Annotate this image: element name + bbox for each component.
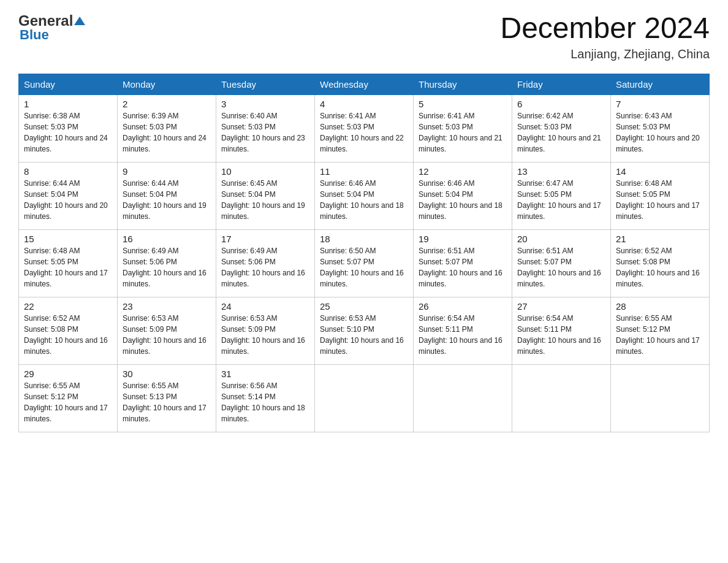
calendar-cell: 2Sunrise: 6:39 AMSunset: 5:03 PMDaylight… — [118, 94, 216, 162]
day-number: 16 — [123, 234, 211, 244]
day-number: 2 — [123, 99, 211, 109]
logo-blue-text: Blue — [20, 27, 49, 43]
header-monday: Monday — [118, 74, 216, 94]
day-info: Sunrise: 6:54 AMSunset: 5:11 PMDaylight:… — [517, 313, 605, 357]
calendar-cell: 30Sunrise: 6:55 AMSunset: 5:13 PMDayligh… — [118, 364, 216, 432]
calendar-week-row: 1Sunrise: 6:38 AMSunset: 5:03 PMDaylight… — [19, 94, 710, 162]
header-sunday: Sunday — [19, 74, 118, 94]
day-number: 9 — [123, 166, 211, 177]
calendar-cell: 25Sunrise: 6:53 AMSunset: 5:10 PMDayligh… — [315, 297, 414, 364]
day-info: Sunrise: 6:38 AMSunset: 5:03 PMDaylight:… — [24, 110, 112, 155]
day-info: Sunrise: 6:50 AMSunset: 5:07 PMDaylight:… — [320, 245, 408, 289]
calendar-cell: 9Sunrise: 6:44 AMSunset: 5:04 PMDaylight… — [118, 162, 216, 229]
day-number: 11 — [320, 166, 408, 177]
day-number: 19 — [419, 234, 507, 244]
day-info: Sunrise: 6:41 AMSunset: 5:03 PMDaylight:… — [419, 110, 507, 155]
calendar-cell: 20Sunrise: 6:51 AMSunset: 5:07 PMDayligh… — [512, 229, 611, 297]
day-info: Sunrise: 6:55 AMSunset: 5:12 PMDaylight:… — [24, 380, 112, 424]
day-number: 30 — [123, 369, 211, 379]
day-number: 29 — [24, 369, 112, 379]
calendar-cell: 8Sunrise: 6:44 AMSunset: 5:04 PMDaylight… — [19, 162, 118, 229]
header-tuesday: Tuesday — [216, 74, 315, 94]
header-thursday: Thursday — [414, 74, 512, 94]
day-info: Sunrise: 6:54 AMSunset: 5:11 PMDaylight:… — [419, 313, 507, 357]
day-number: 4 — [320, 99, 408, 109]
calendar-cell — [611, 364, 710, 432]
calendar-cell: 3Sunrise: 6:40 AMSunset: 5:03 PMDaylight… — [216, 94, 315, 162]
calendar-cell: 29Sunrise: 6:55 AMSunset: 5:12 PMDayligh… — [19, 364, 118, 432]
calendar-cell — [512, 364, 611, 432]
day-info: Sunrise: 6:49 AMSunset: 5:06 PMDaylight:… — [221, 245, 309, 289]
calendar-cell: 15Sunrise: 6:48 AMSunset: 5:05 PMDayligh… — [19, 229, 118, 297]
month-title: December 2024 — [500, 12, 710, 45]
calendar-cell: 11Sunrise: 6:46 AMSunset: 5:04 PMDayligh… — [315, 162, 414, 229]
calendar-cell: 22Sunrise: 6:52 AMSunset: 5:08 PMDayligh… — [19, 297, 118, 364]
day-number: 6 — [517, 99, 605, 109]
calendar-cell: 16Sunrise: 6:49 AMSunset: 5:06 PMDayligh… — [118, 229, 216, 297]
day-number: 25 — [320, 301, 408, 312]
location-title: Lanjiang, Zhejiang, China — [500, 47, 710, 61]
calendar-cell: 28Sunrise: 6:55 AMSunset: 5:12 PMDayligh… — [611, 297, 710, 364]
day-info: Sunrise: 6:56 AMSunset: 5:14 PMDaylight:… — [221, 380, 309, 424]
day-number: 12 — [419, 166, 507, 177]
header-wednesday: Wednesday — [315, 74, 414, 94]
day-info: Sunrise: 6:48 AMSunset: 5:05 PMDaylight:… — [616, 178, 704, 222]
calendar-cell: 5Sunrise: 6:41 AMSunset: 5:03 PMDaylight… — [414, 94, 512, 162]
calendar-cell — [414, 364, 512, 432]
calendar-cell: 1Sunrise: 6:38 AMSunset: 5:03 PMDaylight… — [19, 94, 118, 162]
day-number: 1 — [24, 99, 112, 109]
calendar-cell: 18Sunrise: 6:50 AMSunset: 5:07 PMDayligh… — [315, 229, 414, 297]
day-number: 31 — [221, 369, 309, 379]
calendar-week-row: 8Sunrise: 6:44 AMSunset: 5:04 PMDaylight… — [19, 162, 710, 229]
day-number: 13 — [517, 166, 605, 177]
day-info: Sunrise: 6:52 AMSunset: 5:08 PMDaylight:… — [616, 245, 704, 289]
day-info: Sunrise: 6:42 AMSunset: 5:03 PMDaylight:… — [517, 110, 605, 155]
day-info: Sunrise: 6:55 AMSunset: 5:12 PMDaylight:… — [616, 313, 704, 357]
calendar-cell: 26Sunrise: 6:54 AMSunset: 5:11 PMDayligh… — [414, 297, 512, 364]
calendar-cell: 24Sunrise: 6:53 AMSunset: 5:09 PMDayligh… — [216, 297, 315, 364]
header-saturday: Saturday — [611, 74, 710, 94]
day-info: Sunrise: 6:45 AMSunset: 5:04 PMDaylight:… — [221, 178, 309, 222]
calendar-cell: 13Sunrise: 6:47 AMSunset: 5:05 PMDayligh… — [512, 162, 611, 229]
day-info: Sunrise: 6:53 AMSunset: 5:10 PMDaylight:… — [320, 313, 408, 357]
page-header: General Blue December 2024 Lanjiang, Zhe… — [18, 12, 710, 61]
calendar-cell: 14Sunrise: 6:48 AMSunset: 5:05 PMDayligh… — [611, 162, 710, 229]
day-number: 10 — [221, 166, 309, 177]
calendar-cell: 31Sunrise: 6:56 AMSunset: 5:14 PMDayligh… — [216, 364, 315, 432]
calendar-cell: 6Sunrise: 6:42 AMSunset: 5:03 PMDaylight… — [512, 94, 611, 162]
calendar-cell: 7Sunrise: 6:43 AMSunset: 5:03 PMDaylight… — [611, 94, 710, 162]
day-info: Sunrise: 6:47 AMSunset: 5:05 PMDaylight:… — [517, 178, 605, 222]
day-number: 17 — [221, 234, 309, 244]
day-number: 3 — [221, 99, 309, 109]
day-info: Sunrise: 6:53 AMSunset: 5:09 PMDaylight:… — [221, 313, 309, 357]
day-number: 8 — [24, 166, 112, 177]
calendar-week-row: 22Sunrise: 6:52 AMSunset: 5:08 PMDayligh… — [19, 297, 710, 364]
calendar-cell: 27Sunrise: 6:54 AMSunset: 5:11 PMDayligh… — [512, 297, 611, 364]
day-number: 22 — [24, 301, 112, 312]
calendar-cell: 10Sunrise: 6:45 AMSunset: 5:04 PMDayligh… — [216, 162, 315, 229]
day-info: Sunrise: 6:39 AMSunset: 5:03 PMDaylight:… — [123, 110, 211, 155]
day-number: 24 — [221, 301, 309, 312]
day-number: 18 — [320, 234, 408, 244]
day-info: Sunrise: 6:43 AMSunset: 5:03 PMDaylight:… — [616, 110, 704, 155]
calendar-cell: 12Sunrise: 6:46 AMSunset: 5:04 PMDayligh… — [414, 162, 512, 229]
day-number: 7 — [616, 99, 704, 109]
day-info: Sunrise: 6:49 AMSunset: 5:06 PMDaylight:… — [123, 245, 211, 289]
title-section: December 2024 Lanjiang, Zhejiang, China — [500, 12, 710, 61]
day-info: Sunrise: 6:55 AMSunset: 5:13 PMDaylight:… — [123, 380, 211, 424]
calendar-cell — [315, 364, 414, 432]
day-number: 20 — [517, 234, 605, 244]
logo: General Blue — [18, 12, 85, 43]
day-info: Sunrise: 6:41 AMSunset: 5:03 PMDaylight:… — [320, 110, 408, 155]
day-number: 23 — [123, 301, 211, 312]
day-info: Sunrise: 6:53 AMSunset: 5:09 PMDaylight:… — [123, 313, 211, 357]
day-info: Sunrise: 6:40 AMSunset: 5:03 PMDaylight:… — [221, 110, 309, 155]
calendar-week-row: 29Sunrise: 6:55 AMSunset: 5:12 PMDayligh… — [19, 364, 710, 432]
day-info: Sunrise: 6:51 AMSunset: 5:07 PMDaylight:… — [419, 245, 507, 289]
calendar-cell: 4Sunrise: 6:41 AMSunset: 5:03 PMDaylight… — [315, 94, 414, 162]
day-number: 28 — [616, 301, 704, 312]
calendar-cell: 23Sunrise: 6:53 AMSunset: 5:09 PMDayligh… — [118, 297, 216, 364]
day-number: 21 — [616, 234, 704, 244]
calendar-week-row: 15Sunrise: 6:48 AMSunset: 5:05 PMDayligh… — [19, 229, 710, 297]
day-number: 14 — [616, 166, 704, 177]
